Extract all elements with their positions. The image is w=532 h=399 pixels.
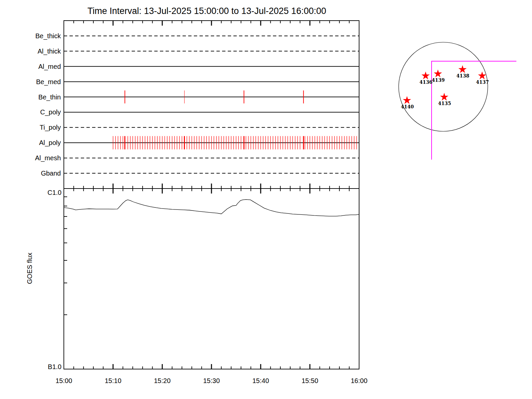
active-region-label-4138: 4138	[457, 73, 469, 78]
xrt-timeline-plot-page: Time Interval: 13-Jul-2025 15:00:00 to 1…	[0, 0, 532, 399]
channel-label-be-med: Be_med	[36, 78, 61, 86]
channel-label-al-mesh: Al_mesh	[35, 154, 61, 162]
timeline-and-goes-plot: Time Interval: 13-Jul-2025 15:00:00 to 1…	[0, 0, 532, 399]
active-region-star-4139	[434, 69, 442, 77]
goes-axis-title: GOES flux	[26, 253, 33, 284]
x-tick-label-15-00: 15:00	[56, 377, 72, 384]
plot-title: Time Interval: 13-Jul-2025 15:00:00 to 1…	[87, 6, 326, 16]
timeline-panel-frame	[64, 21, 359, 189]
active-region-star-4135	[440, 93, 449, 101]
channel-label-ti-poly: Ti_poly	[40, 124, 61, 131]
channel-label-al-thick: Al_thick	[38, 48, 61, 55]
active-region-label-4139: 4139	[432, 77, 445, 83]
active-region-star-4138	[459, 65, 467, 73]
channel-label-c-poly: C_poly	[40, 108, 61, 116]
active-region-label-4137: 4137	[476, 79, 489, 85]
x-tick-label-15-40: 15:40	[252, 377, 269, 384]
channel-label-gband: Gband	[41, 170, 61, 177]
goes-axis-bottom-label: B1.0	[48, 363, 62, 370]
channel-label-be-thin: Be_thin	[38, 93, 61, 101]
x-tick-label-15-10: 15:10	[105, 377, 121, 384]
active-region-star-4136	[422, 71, 430, 79]
x-tick-label-16-00: 16:00	[351, 377, 367, 384]
active-region-label-4135: 4135	[438, 101, 451, 106]
active-region-label-4140: 4140	[401, 104, 414, 109]
channel-label-al-poly: Al_poly	[39, 139, 61, 147]
active-region-star-4140	[403, 96, 411, 104]
sun-limb-circle	[399, 42, 488, 131]
generated-plot-content: Be_thickAl_thickAl_medBe_medBe_thinC_pol…	[35, 21, 516, 384]
channel-label-al-med: Al_med	[38, 63, 61, 70]
goes-axis-top-label: C1.0	[48, 189, 62, 196]
active-region-star-4137	[478, 71, 486, 79]
x-tick-label-15-30: 15:30	[203, 377, 220, 384]
active-region-label-4136: 4136	[420, 79, 433, 85]
x-tick-label-15-50: 15:50	[302, 377, 318, 384]
goes-flux-curve	[64, 200, 359, 216]
fov-outline	[432, 61, 516, 160]
x-tick-label-15-20: 15:20	[154, 377, 171, 384]
channel-label-be-thick: Be_thick	[35, 32, 61, 40]
